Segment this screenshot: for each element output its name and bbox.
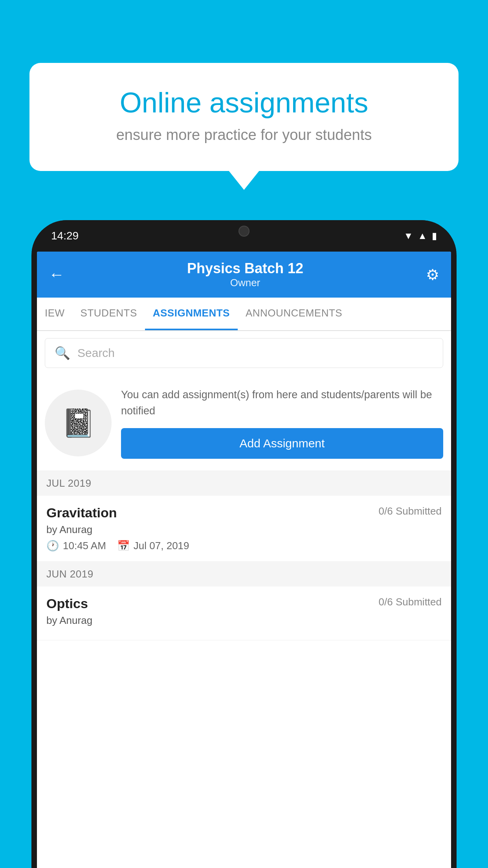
status-bar: 14:29 ▼ ▲ ▮ [31, 220, 457, 252]
phone-frame: 14:29 ▼ ▲ ▮ ← Physics Batch 12 Owner ⚙ I… [31, 220, 457, 868]
battery-icon: ▮ [432, 230, 437, 241]
status-time: 14:29 [51, 230, 79, 242]
tabs-container: IEW STUDENTS ASSIGNMENTS ANNOUNCEMENTS [37, 298, 451, 331]
assignment-date: 📅 Jul 07, 2019 [117, 540, 189, 552]
clock-icon: 🕐 [46, 540, 59, 552]
optics-header-row: Optics 0/6 Submitted [46, 596, 442, 611]
speech-bubble-container: Online assignments ensure more practice … [29, 63, 459, 171]
search-container: 🔍 Search [37, 331, 451, 375]
assignment-time: 🕐 10:45 AM [46, 540, 106, 552]
tab-students[interactable]: STUDENTS [73, 298, 145, 330]
assignment-icon-circle: 📓 [45, 390, 112, 456]
speech-bubble: Online assignments ensure more practice … [29, 63, 459, 171]
assignment-date-value: Jul 07, 2019 [134, 540, 189, 552]
header-title: Physics Batch 12 [64, 260, 426, 277]
assignment-meta: 🕐 10:45 AM 📅 Jul 07, 2019 [46, 540, 442, 552]
add-assignment-button[interactable]: Add Assignment [121, 428, 443, 459]
tab-assignments[interactable]: ASSIGNMENTS [145, 298, 238, 330]
optics-submitted: 0/6 Submitted [379, 596, 442, 608]
speech-bubble-title: Online assignments [57, 86, 431, 119]
assignment-name: Gravitation [46, 505, 117, 520]
phone-notch [213, 220, 275, 242]
assignment-header-row: Gravitation 0/6 Submitted [46, 505, 442, 520]
month-header-jun: JUN 2019 [37, 562, 451, 587]
tab-iew[interactable]: IEW [37, 298, 73, 330]
search-bar[interactable]: 🔍 Search [45, 338, 443, 368]
status-icons: ▼ ▲ ▮ [404, 230, 437, 241]
add-assignment-right: You can add assignment(s) from here and … [121, 387, 443, 459]
calendar-icon: 📅 [117, 540, 130, 552]
month-header-jul: JUL 2019 [37, 471, 451, 496]
speech-bubble-subtitle: ensure more practice for your students [57, 127, 431, 143]
add-assignment-section: 📓 You can add assignment(s) from here an… [37, 375, 451, 471]
add-assignment-description: You can add assignment(s) from here and … [121, 387, 443, 419]
tab-announcements[interactable]: ANNOUNCEMENTS [238, 298, 350, 330]
signal-icon: ▲ [418, 230, 427, 241]
assignment-time-value: 10:45 AM [63, 540, 106, 552]
assignment-item-optics[interactable]: Optics 0/6 Submitted by Anurag [37, 587, 451, 640]
back-button[interactable]: ← [49, 266, 64, 283]
search-placeholder: Search [77, 346, 115, 360]
optics-by: by Anurag [46, 614, 442, 627]
app-header: ← Physics Batch 12 Owner ⚙ [37, 252, 451, 298]
optics-name: Optics [46, 596, 88, 611]
phone-camera [238, 226, 250, 237]
phone-screen: ← Physics Batch 12 Owner ⚙ IEW STUDENTS … [37, 252, 451, 868]
assignment-notebook-icon: 📓 [61, 407, 95, 439]
wifi-icon: ▼ [404, 230, 413, 241]
search-icon: 🔍 [55, 346, 70, 360]
assignment-item-gravitation[interactable]: Gravitation 0/6 Submitted by Anurag 🕐 10… [37, 496, 451, 562]
header-subtitle: Owner [64, 277, 426, 289]
header-title-area: Physics Batch 12 Owner [64, 260, 426, 289]
assignment-by: by Anurag [46, 524, 442, 536]
assignment-submitted: 0/6 Submitted [379, 505, 442, 517]
settings-icon[interactable]: ⚙ [426, 266, 439, 283]
